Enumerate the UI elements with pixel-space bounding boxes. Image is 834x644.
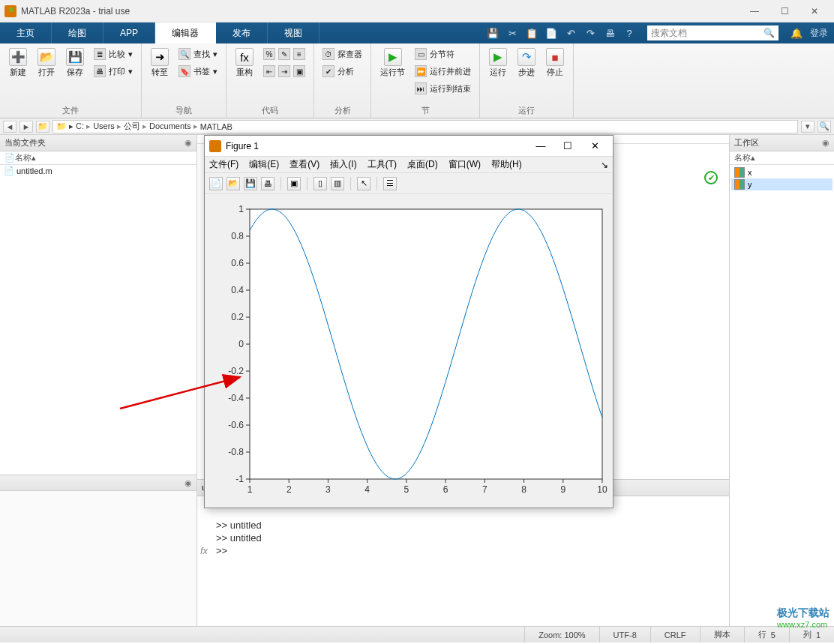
status-type: 脚本 (700, 627, 744, 643)
fig-minimize-button[interactable]: — (527, 140, 554, 151)
fig-maximize-button[interactable]: ☐ (554, 140, 581, 151)
run-to-end-button[interactable]: ⏭运行到结束 (412, 81, 473, 96)
fig-menu-desktop[interactable]: 桌面(D) (407, 158, 438, 171)
search-icon[interactable]: 🔍 (764, 28, 775, 38)
bookmark-button[interactable]: 🔖书签 ▾ (176, 64, 220, 79)
save-button[interactable]: 💾保存 (63, 46, 87, 79)
fig-pointer-icon[interactable]: ↖ (357, 177, 370, 190)
svg-text:6: 6 (443, 484, 448, 495)
nav-back-button[interactable]: ◄ (3, 121, 16, 133)
fx-icon[interactable]: fx (200, 544, 208, 557)
status-zoom[interactable]: Zoom: 100% (524, 627, 598, 643)
svg-text:8: 8 (521, 484, 526, 495)
ribbon-group-section: ▶运行节 ▭分节符 ⏩运行并前进 ⏭运行到结束 节 (371, 43, 480, 118)
svg-text:0.8: 0.8 (231, 231, 244, 241)
fig-menu-help[interactable]: 帮助(H) (491, 158, 522, 171)
redo-icon[interactable]: ↷ (584, 27, 596, 39)
fig-close-button[interactable]: ✕ (581, 140, 608, 151)
status-encoding[interactable]: UTF-8 (599, 627, 650, 643)
path-breadcrumb[interactable]: 📁 ▸ C: Users 公司 Documents MATLAB (52, 120, 798, 133)
tab-publish[interactable]: 发布 (216, 22, 268, 43)
workspace-var[interactable]: y (731, 178, 832, 190)
search-docs-input[interactable]: 搜索文档 🔍 (647, 25, 778, 40)
command-window[interactable]: >> untitled >> untitled fx>> (197, 496, 729, 626)
file-item[interactable]: untitled.m (0, 165, 196, 177)
code-tool1[interactable]: %✎≡ (261, 46, 308, 61)
folder-column-header[interactable]: 📄 名称 ▴ (0, 151, 196, 165)
run-section-button[interactable]: ▶运行节 (377, 46, 408, 79)
ribbon: ➕新建 📂打开 💾保存 ≣比较 ▾ 🖶打印 ▾ 文件 ➜转至 🔍查找 ▾ 🔖书签… (0, 43, 834, 118)
tab-home[interactable]: 主页 (0, 22, 52, 43)
code-tool2[interactable]: ⇤⇥▣ (261, 64, 308, 79)
open-button[interactable]: 📂打开 (34, 46, 58, 79)
nav-up-button[interactable]: 📁 (36, 121, 50, 133)
copy-icon[interactable]: 📋 (526, 27, 538, 39)
status-ok-icon[interactable]: ✔ (704, 171, 718, 184)
fig-tool3-icon[interactable]: ▥ (331, 177, 344, 190)
fig-new-icon[interactable]: 📄 (209, 177, 223, 190)
status-col: 列 1 (789, 627, 834, 643)
profiler-button[interactable]: ⏱探查器 (320, 46, 364, 61)
fig-menu-file[interactable]: 文件(F) (209, 158, 238, 171)
tab-plot[interactable]: 绘图 (52, 22, 104, 43)
run-advance-button[interactable]: ⏩运行并前进 (412, 64, 473, 79)
path-dropdown[interactable]: ▾ (801, 121, 814, 133)
workspace-column-header[interactable]: 名称 ▴ (730, 151, 834, 165)
search-placeholder: 搜索文档 (651, 27, 764, 40)
refactor-button[interactable]: fx重构 (232, 46, 256, 79)
workspace-list: x y (730, 165, 834, 192)
workspace-var[interactable]: x (731, 166, 832, 178)
paste-icon[interactable]: 📄 (545, 27, 557, 39)
print-button[interactable]: 🖶打印 ▾ (92, 64, 135, 79)
path-search-icon[interactable]: 🔍 (818, 121, 831, 133)
ribbon-group-code: fx重构 %✎≡ ⇤⇥▣ 代码 (226, 43, 314, 118)
login-link[interactable]: 登录 (810, 27, 828, 40)
new-button[interactable]: ➕新建 (6, 46, 30, 79)
fig-menu-window[interactable]: 窗口(W) (448, 158, 481, 171)
svg-text:-0.4: -0.4 (228, 393, 244, 403)
analyze-button[interactable]: ✔分析 (320, 64, 364, 79)
svg-text:10: 10 (597, 484, 608, 495)
stop-button[interactable]: ■停止 (543, 46, 567, 79)
fig-menu-insert[interactable]: 插入(I) (330, 158, 356, 171)
bell-icon[interactable]: 🔔 (790, 27, 802, 39)
fig-tool1-icon[interactable]: ▣ (287, 177, 301, 190)
fig-save-icon[interactable]: 💾 (244, 177, 257, 190)
fig-menu-edit[interactable]: 编辑(E) (249, 158, 279, 171)
section-break-button[interactable]: ▭分节符 (412, 46, 473, 61)
fig-tool4-icon[interactable]: ☰ (383, 177, 397, 190)
svg-text:4: 4 (364, 484, 370, 495)
tab-view[interactable]: 视图 (268, 22, 320, 43)
panel-menu-icon[interactable]: ◉ (184, 138, 192, 148)
fig-tool2-icon[interactable]: ▯ (314, 177, 327, 190)
figure-titlebar[interactable]: Figure 1 — ☐ ✕ (205, 136, 613, 157)
close-button[interactable]: ✕ (800, 1, 830, 22)
tab-app[interactable]: APP (104, 22, 155, 43)
undo-icon[interactable]: ↶ (565, 27, 577, 39)
maximize-button[interactable]: ☐ (770, 1, 800, 22)
step-button[interactable]: ↷步进 (514, 46, 538, 79)
status-row: 行 5 (744, 627, 789, 643)
status-eol[interactable]: CRLF (650, 627, 700, 643)
print-icon[interactable]: 🖶 (604, 27, 616, 39)
help-icon[interactable]: ? (623, 27, 635, 39)
cut-icon[interactable]: ✂ (506, 27, 518, 39)
minimize-button[interactable]: — (740, 1, 770, 22)
fig-print-icon[interactable]: 🖶 (261, 177, 274, 190)
find-button[interactable]: 🔍查找 ▾ (176, 46, 220, 61)
fig-menu-tools[interactable]: 工具(T) (368, 158, 397, 171)
fig-open-icon[interactable]: 📂 (226, 177, 240, 190)
ribbon-group-analyze: ⏱探查器 ✔分析 分析 (314, 43, 371, 118)
compare-button[interactable]: ≣比较 ▾ (92, 46, 135, 61)
fig-menu-view[interactable]: 查看(V) (290, 158, 320, 171)
panel-menu-icon[interactable]: ◉ (822, 138, 830, 148)
nav-fwd-button[interactable]: ► (20, 121, 33, 133)
svg-text:-0.8: -0.8 (228, 447, 244, 457)
fig-menu-more-icon[interactable]: ↘ (601, 160, 608, 170)
titlebar: MATLAB R2023a - trial use — ☐ ✕ (0, 0, 834, 22)
figure-window[interactable]: Figure 1 — ☐ ✕ 文件(F) 编辑(E) 查看(V) 插入(I) 工… (204, 135, 614, 508)
goto-button[interactable]: ➜转至 (148, 46, 172, 79)
tab-editor[interactable]: 编辑器 (155, 22, 216, 43)
save-icon[interactable]: 💾 (487, 27, 499, 39)
run-button[interactable]: ▶运行 (486, 46, 510, 79)
